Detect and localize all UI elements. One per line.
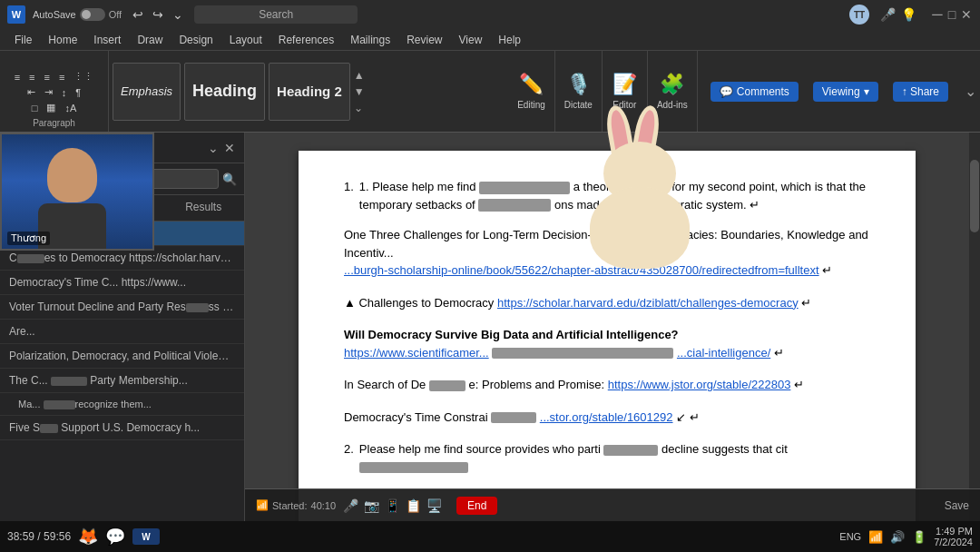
nav-item-ma[interactable]: Ma... recognize them...	[0, 393, 244, 416]
video-icon[interactable]: 📷	[364, 498, 379, 513]
taskbar-lang: ENG	[839, 531, 861, 542]
microphone-icon[interactable]: 🎤	[880, 7, 896, 22]
doc-para-2: 2. Please help me find source provides w…	[344, 440, 870, 476]
menu-design[interactable]: Design	[172, 32, 220, 48]
search-icon: 🔍	[222, 172, 237, 186]
nav-item-democracy-time[interactable]: Democracy's Time C... https://www...	[0, 271, 244, 295]
video-person-name: Thương	[7, 232, 50, 245]
viewing-button[interactable]: Viewing ▾	[813, 82, 878, 102]
undo-button[interactable]: ↩	[129, 5, 147, 24]
nav-item-five[interactable]: Five S Support U.S. Democracy h...	[0, 416, 244, 440]
autosave-toggle[interactable]	[80, 8, 105, 21]
ribbon-collapse-icon[interactable]: ⌄	[965, 83, 976, 100]
nav-item-polarization[interactable]: Polarization, Democracy, and Political V…	[0, 344, 244, 369]
align-right-btn[interactable]: ≡	[41, 71, 54, 84]
menu-layout[interactable]: Layout	[222, 32, 270, 48]
addins-button[interactable]: 🧩 Add-ins	[648, 51, 698, 132]
copy-icon[interactable]: 📋	[406, 498, 421, 513]
doc-area[interactable]: 1. 1. Please help me find a theoretical …	[245, 133, 969, 521]
ref2-link[interactable]: https://scholar.harvard.edu/dziblatt/cha…	[497, 296, 799, 310]
editor-button[interactable]: 📝 Editor	[603, 51, 648, 132]
styles-scroll-up[interactable]: ▲	[354, 69, 365, 82]
styles-scroll-down[interactable]: ▼	[354, 85, 365, 98]
heading2-style[interactable]: Heading 2	[269, 63, 350, 121]
doc-ref-1: One Three Challenges for Long-Term Decis…	[344, 226, 870, 280]
menu-help[interactable]: Help	[491, 32, 528, 48]
chat-icon[interactable]: 💬	[105, 527, 125, 547]
word-taskbar-icon[interactable]: W	[132, 528, 160, 545]
phone-icon[interactable]: 📱	[385, 498, 400, 513]
menu-file[interactable]: File	[7, 32, 39, 48]
line-spacing-btn[interactable]: ↕	[58, 86, 71, 99]
comments-button[interactable]: 💬 Comments	[710, 82, 799, 102]
doc-text-1c: ons made by the democratic system. ↵	[554, 198, 760, 212]
end-call-button[interactable]: End	[456, 497, 497, 515]
editing-button[interactable]: ✏️ Editing	[508, 51, 555, 132]
firefox-icon[interactable]: 🦊	[78, 527, 98, 547]
ref3-link2[interactable]: ...cial-intelligence/	[677, 346, 770, 360]
ref4-link[interactable]: https://www.jstor.org/stable/222803	[608, 378, 791, 391]
ref3-title: Will Democracy Survive Big Data and Arti…	[344, 328, 679, 341]
paragraph-row3: □ ▦ ↕A	[28, 101, 81, 114]
sound-taskbar-icon[interactable]: 🔊	[890, 530, 905, 544]
ref2-arrow: ▲	[344, 296, 358, 310]
audio-icon[interactable]: 🎤	[343, 498, 358, 513]
menu-references[interactable]: References	[271, 32, 341, 48]
heading1-style[interactable]: Heading	[184, 63, 265, 121]
right-scrollbar[interactable]	[969, 133, 980, 521]
align-center-btn[interactable]: ≡	[25, 71, 38, 84]
date: 7/2/2024	[934, 537, 973, 547]
nav-item-the[interactable]: The C... Party Membership...	[0, 369, 244, 393]
nav-close-button[interactable]: ✕	[224, 141, 235, 155]
paragraph-mark-btn[interactable]: ¶	[72, 86, 84, 99]
search-placeholder: Search	[259, 8, 293, 21]
share-button[interactable]: ↑ Share	[893, 82, 948, 102]
scrollbar-thumb[interactable]	[970, 160, 979, 232]
styles-expand[interactable]: ⌄	[354, 102, 365, 114]
menu-view[interactable]: View	[452, 32, 490, 48]
doc-blur-4	[429, 380, 466, 391]
user-avatar: TT	[849, 5, 869, 25]
tab-results[interactable]: Results	[162, 195, 244, 221]
share-screen-icon[interactable]: 🖥️	[426, 498, 442, 513]
menu-review[interactable]: Review	[399, 32, 449, 48]
menu-insert[interactable]: Insert	[86, 32, 128, 48]
lightbulb-icon[interactable]: 💡	[901, 7, 916, 22]
document-page: 1. 1. Please help me find a theoretical …	[299, 151, 916, 521]
nav-item-voter[interactable]: Voter Turnout Decline and Party Resss ht…	[0, 295, 244, 320]
justify-btn[interactable]: ≡	[55, 71, 68, 84]
maximize-button[interactable]: □	[946, 8, 958, 21]
col-btn[interactable]: ⋮⋮	[70, 70, 97, 84]
menu-home[interactable]: Home	[41, 32, 84, 48]
shading-btn[interactable]: ▦	[43, 101, 59, 114]
meeting-right-area: Save	[945, 499, 969, 512]
save-meeting-label[interactable]: Save	[945, 499, 969, 512]
chevron-down-icon: ▾	[864, 85, 869, 98]
indent-less-btn[interactable]: ⇤	[24, 85, 39, 99]
doc-text-2: Please help me find source provides who …	[359, 442, 604, 456]
ref4-title: In Search of De	[344, 378, 426, 391]
ref1-link[interactable]: ...burgh-scholarship-online/book/55622/c…	[344, 263, 819, 277]
ref5-link[interactable]: ...stor.org/stable/1601292	[540, 410, 673, 424]
menu-mailings[interactable]: Mailings	[343, 32, 397, 48]
autosave-area[interactable]: AutoSave Off	[33, 8, 122, 21]
menu-draw[interactable]: Draw	[130, 32, 170, 48]
ref3-link[interactable]: https://www.scientificamer...	[344, 346, 489, 360]
minimize-button[interactable]: ─	[931, 8, 944, 21]
nav-collapse-button[interactable]: ⌄	[208, 141, 219, 155]
close-button[interactable]: ✕	[960, 8, 973, 21]
indent-more-btn[interactable]: ⇥	[41, 85, 56, 99]
sort-btn[interactable]: ↕A	[61, 102, 80, 114]
clock: 1:49 PM	[934, 526, 973, 537]
taskbar-datetime: 1:49 PM 7/2/2024	[934, 526, 973, 547]
dictate-button[interactable]: 🎙️ Dictate	[555, 51, 603, 132]
redo-button[interactable]: ↪	[149, 5, 167, 24]
title-search[interactable]: Search	[194, 5, 358, 24]
align-left-btn[interactable]: ≡	[11, 71, 24, 84]
border-btn[interactable]: □	[28, 102, 42, 114]
doc-ref-2: ▲ Challenges to Democracy https://schola…	[344, 294, 870, 312]
emphasis-style[interactable]: Emphasis	[113, 63, 181, 121]
more-undo-icon[interactable]: ⌄	[169, 5, 187, 24]
nav-item-are[interactable]: Are...	[0, 320, 244, 344]
ribbon: ≡ ≡ ≡ ≡ ⋮⋮ ⇤ ⇥ ↕ ¶ □ ▦ ↕A Paragraph Emph…	[0, 51, 980, 133]
